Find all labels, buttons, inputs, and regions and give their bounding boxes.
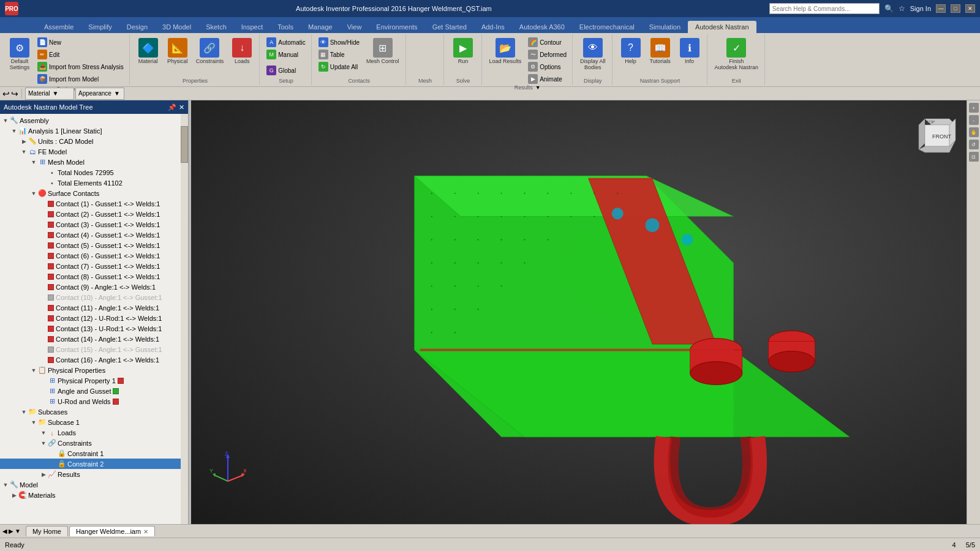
tab-right-button[interactable]: ▶: [9, 528, 13, 534]
tree-item-contact10[interactable]: Contact (10) - Angle:1 <-> Gusset:1: [0, 292, 188, 302]
search-input[interactable]: [769, 3, 880, 14]
default-settings-button[interactable]: ⚙ DefaultSettings: [6, 37, 33, 72]
bookmark-icon[interactable]: ☆: [899, 4, 905, 13]
expander-loads[interactable]: ▼: [39, 429, 48, 437]
tree-item-contact13[interactable]: Contact (13) - U-Rod:1 <-> Welds:1: [0, 323, 188, 334]
fit-icon[interactable]: ⊡: [969, 152, 979, 162]
tab-nastran[interactable]: Autodesk Nastran: [688, 21, 756, 33]
tab-tools[interactable]: Tools: [270, 21, 301, 33]
tree-item-contact5[interactable]: Contact (5) - Gusset:1 <-> Welds:1: [0, 240, 188, 250]
tree-item-loads[interactable]: ▼ ↓ Loads: [0, 427, 188, 438]
tab-view[interactable]: View: [340, 21, 369, 33]
expander-meshmodel[interactable]: ▼: [29, 158, 38, 167]
view-cube[interactable]: FRONT TOP: [913, 113, 962, 162]
minimize-button[interactable]: —: [936, 4, 946, 13]
tab-left-button[interactable]: ◀: [2, 528, 7, 534]
tab-environments[interactable]: Environments: [369, 21, 424, 33]
tree-item-contact6[interactable]: Contact (6) - Gusset:1 <-> Welds:1: [0, 250, 188, 261]
tree-item-constraints[interactable]: ▼ 🔗 Constraints: [0, 438, 188, 448]
tab-electromech[interactable]: Electromechanical: [572, 21, 642, 33]
expander-subcase1[interactable]: ▼: [29, 418, 38, 427]
tree-item-contact2[interactable]: Contact (2) - Gusset:1 <-> Welds:1: [0, 209, 188, 219]
tree-item-contact1[interactable]: Contact (1) - Gusset:1 <-> Welds:1: [0, 198, 188, 209]
finish-button[interactable]: ✓ FinishAutodesk Nastran: [712, 37, 761, 72]
tree-item-totalnodes[interactable]: • Total Nodes 72995: [0, 167, 188, 178]
tree-item-constraint1[interactable]: 🔒 Constraint 1: [0, 448, 188, 459]
expander-femodel[interactable]: ▼: [20, 148, 28, 156]
appearance-dropdown[interactable]: Appearance ▼: [75, 88, 124, 100]
tree-item-constraint2[interactable]: 🔒 Constraint 2: [0, 459, 188, 469]
tab-simplify[interactable]: Simplify: [81, 21, 119, 33]
close-button[interactable]: ✕: [965, 4, 975, 13]
expander-assembly[interactable]: ▼: [1, 116, 10, 125]
panel-pin-button[interactable]: 📌: [168, 103, 176, 111]
undo-button[interactable]: ↩: [2, 89, 10, 99]
tab-simulation[interactable]: Simulation: [642, 21, 688, 33]
tree-item-anglegusset[interactable]: ⊞ Angle and Gusset: [0, 386, 188, 396]
contour-button[interactable]: 🌈 Contour: [526, 37, 568, 48]
redo-button[interactable]: ↪: [11, 89, 18, 99]
expander-model[interactable]: ▼: [1, 481, 10, 489]
tab-design[interactable]: Design: [119, 21, 155, 33]
panel-scrollbar[interactable]: [181, 114, 188, 524]
tree-item-subcases[interactable]: ▼ 📁 Subcases: [0, 407, 188, 417]
viewport[interactable]: FRONT TOP Z X Y + -: [191, 100, 980, 524]
new-button[interactable]: 📄 New: [36, 37, 126, 48]
table-button[interactable]: ▦ Table: [317, 49, 361, 60]
expander-analysis1[interactable]: ▼: [10, 127, 18, 135]
tab-getstarted[interactable]: Get Started: [425, 21, 474, 33]
tree-item-contact14[interactable]: Contact (14) - Angle:1 <-> Welds:1: [0, 334, 188, 344]
help-button[interactable]: ? Help: [617, 37, 644, 66]
expander-physicalprops[interactable]: ▼: [29, 366, 38, 375]
panel-close-button[interactable]: ✕: [179, 103, 184, 111]
load-results-button[interactable]: 📂 Load Results: [487, 37, 524, 66]
animate-button[interactable]: ▶ Animate: [526, 73, 568, 84]
tree-item-totalelements[interactable]: • Total Elements 41102: [0, 178, 188, 188]
tree-container[interactable]: ▼ 🔧 Assembly ▼ 📊 Analysis 1 [Linear Stat…: [0, 114, 188, 524]
expander-results[interactable]: ▶: [39, 470, 48, 479]
tree-item-femodel[interactable]: ▼ 🗂 FE Model: [0, 146, 188, 157]
constraints-ribbon-button[interactable]: 🔗 Constraints: [194, 37, 227, 66]
manual-button[interactable]: M Manual: [265, 49, 307, 60]
display-all-bodies-button[interactable]: 👁 Display AllBodies: [578, 37, 608, 72]
expander-constraints[interactable]: ▼: [39, 439, 48, 448]
results-dropdown-icon[interactable]: ▼: [535, 84, 541, 91]
zoom-icon[interactable]: +: [969, 103, 979, 113]
search-icon[interactable]: 🔍: [884, 4, 894, 13]
deformed-button[interactable]: 〜 Deformed: [526, 49, 568, 60]
tab-model-close[interactable]: ✕: [143, 528, 148, 535]
tree-item-materials[interactable]: ▶ 🧲 Materials: [0, 490, 188, 500]
tree-item-units[interactable]: ▶ 📏 Units : CAD Model: [0, 136, 188, 146]
tab-sketch[interactable]: Sketch: [198, 21, 234, 33]
tree-item-meshmodel[interactable]: ▼ ⊞ Mesh Model: [0, 157, 188, 167]
tab-inspect[interactable]: Inspect: [234, 21, 270, 33]
signin-button[interactable]: Sign In: [910, 5, 931, 12]
tree-item-surfacecontacts[interactable]: ▼ 🔴 Surface Contacts: [0, 188, 188, 198]
expander-materials[interactable]: ▶: [10, 491, 18, 500]
run-button[interactable]: ▶ Run: [450, 37, 477, 66]
tab-manage[interactable]: Manage: [301, 21, 340, 33]
expander-units[interactable]: ▶: [20, 137, 28, 146]
expander-subcases[interactable]: ▼: [20, 408, 28, 416]
options-button[interactable]: ⚙ Options: [526, 61, 568, 72]
tree-item-contact11[interactable]: Contact (11) - Angle:1 <-> Welds:1: [0, 302, 188, 313]
tab-menu-button[interactable]: ▼: [15, 528, 21, 534]
tab-model[interactable]: Hanger Weldme...iam ✕: [69, 526, 155, 536]
maximize-button[interactable]: □: [951, 4, 960, 13]
tree-item-urodwelds[interactable]: ⊞ U-Rod and Welds: [0, 396, 188, 407]
import-model-button[interactable]: 📦 Import from Model: [36, 73, 126, 84]
show-hide-button[interactable]: 👁 Show/Hide: [317, 37, 361, 48]
edit-button[interactable]: ✏ Edit: [36, 49, 126, 60]
mesh-control-button[interactable]: ⊞ Mesh Control: [364, 37, 402, 66]
pan-icon[interactable]: ✋: [969, 127, 979, 137]
update-all-button[interactable]: ↻ Update All: [317, 61, 361, 72]
expander-surfacecontacts[interactable]: ▼: [29, 189, 38, 198]
material-button[interactable]: 🔷 Material: [135, 37, 162, 66]
tree-item-contact3[interactable]: Contact (3) - Gusset:1 <-> Welds:1: [0, 219, 188, 230]
import-stress-button[interactable]: 📥 Import from Stress Analysis: [36, 61, 126, 72]
zoom-out-icon[interactable]: -: [969, 115, 979, 125]
tab-3dmodel[interactable]: 3D Model: [155, 21, 198, 33]
tree-item-contact16[interactable]: Contact (16) - Angle:1 <-> Welds:1: [0, 354, 188, 365]
tab-my-home[interactable]: My Home: [26, 526, 68, 536]
tree-item-subcase1[interactable]: ▼ 📁 Subcase 1: [0, 417, 188, 427]
